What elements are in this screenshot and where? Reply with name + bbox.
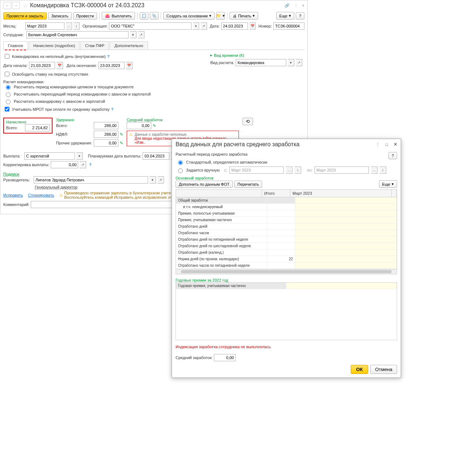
leader-input[interactable] <box>34 176 148 184</box>
tab-pfr[interactable]: Стаж ПФР <box>80 41 109 50</box>
reread-button[interactable]: Перечитать <box>234 181 262 188</box>
favorite-icon[interactable]: ☆ <box>23 2 28 9</box>
help-icon[interactable]: ? <box>89 163 92 167</box>
total-held-input[interactable] <box>94 122 118 129</box>
calc-radio-3[interactable] <box>6 100 10 104</box>
emp-dropdown[interactable]: ▾ <box>130 31 136 38</box>
kebab-icon[interactable]: ⋮ <box>294 3 298 8</box>
org-input[interactable] <box>109 22 191 30</box>
tab-accrued[interactable]: Начислено (подробно) <box>29 41 80 50</box>
calc-type-open[interactable]: ↗ <box>296 59 302 66</box>
month-input[interactable] <box>25 22 64 30</box>
num-input[interactable] <box>273 22 304 30</box>
post-close-button[interactable]: Провести и закрыть <box>3 12 47 20</box>
calc-type-input[interactable] <box>236 59 286 66</box>
end-date-picker[interactable]: 📅 <box>126 62 132 69</box>
table-row[interactable]: Премия, учитываемая частично <box>176 217 397 223</box>
month-stepper[interactable]: ↕ <box>73 22 80 30</box>
partial-day-checkbox[interactable] <box>5 54 9 59</box>
help-icon[interactable]: ? <box>111 107 114 111</box>
table-row[interactable]: Отработано дней (календ.) <box>176 249 397 256</box>
report-button[interactable] <box>140 12 148 20</box>
date-input[interactable] <box>221 22 248 30</box>
post-button[interactable]: Провести <box>73 12 97 20</box>
tab-main[interactable]: Главное <box>3 41 28 50</box>
pencil-icon[interactable]: ✎ <box>120 141 123 146</box>
period-manual-radio[interactable] <box>178 168 183 173</box>
date-picker[interactable]: 📅 <box>249 22 256 30</box>
table-row[interactable]: Общий заработок <box>176 197 397 204</box>
org-dropdown[interactable]: ▾ <box>193 22 199 30</box>
horizontal-scrollbar[interactable] <box>176 269 397 274</box>
print-button[interactable]: 🖨Печать ▾ <box>229 12 258 20</box>
storno-link[interactable]: Сторнировать <box>28 193 54 197</box>
close-icon[interactable]: × <box>302 3 304 8</box>
mrot-checkbox[interactable] <box>5 107 9 111</box>
table-row[interactable]: Отработано дней по пятидневной неделе <box>176 236 397 243</box>
month-picker-button[interactable]: … <box>66 22 72 30</box>
tab-extra[interactable]: Дополнительно <box>110 41 148 50</box>
calc-type-dropdown[interactable]: ▾ <box>288 59 294 66</box>
avg-input[interactable] <box>127 122 151 129</box>
cancel-button[interactable]: Отмена <box>370 365 397 374</box>
num-label: Номер: <box>258 24 272 28</box>
corr-input[interactable] <box>51 161 78 168</box>
calc-radio-1[interactable] <box>6 85 10 90</box>
save-button[interactable]: Записать <box>48 12 72 20</box>
leader-open[interactable]: ↗ <box>157 176 164 184</box>
table-row[interactable]: Отработано дней <box>176 223 397 230</box>
other-input[interactable] <box>94 139 118 147</box>
pencil-icon[interactable]: ✎ <box>120 132 123 137</box>
ndfl-input[interactable] <box>94 131 118 138</box>
table-row[interactable]: Отработано часов по пятидневной неделе <box>176 262 397 269</box>
start-date-input[interactable] <box>29 62 55 69</box>
link-icon[interactable]: 🔗 <box>285 3 290 8</box>
help-button[interactable]: ? <box>388 152 397 159</box>
nav-fwd-button[interactable]: → <box>12 2 20 9</box>
emp-input[interactable] <box>26 31 129 38</box>
end-date-input[interactable] <box>98 62 125 69</box>
time-type-link[interactable]: Вид времени (К) <box>214 53 244 58</box>
expand-icon[interactable]: ▸ <box>210 53 212 58</box>
plan-date-input[interactable] <box>143 152 169 160</box>
more-button[interactable]: Еще ▾ <box>276 12 294 20</box>
refresh-button[interactable]: ⟲ <box>243 118 253 125</box>
pencil-icon[interactable]: ✎ <box>153 123 156 128</box>
nav-back-button[interactable]: ← <box>3 2 11 9</box>
position-label[interactable]: Генеральный директор <box>35 185 77 189</box>
release-rate-checkbox[interactable] <box>5 72 9 76</box>
start-date-picker[interactable]: 📅 <box>56 62 63 69</box>
maximize-icon[interactable]: □ <box>386 142 388 147</box>
ok-button[interactable]: ОК <box>351 365 368 374</box>
help-button[interactable]: ? <box>296 12 304 20</box>
fix-link[interactable]: Исправить <box>3 193 23 197</box>
earnings-grid[interactable]: Итого Март 2023 Общий заработок в т.ч. н… <box>176 189 397 274</box>
kebab-icon[interactable]: ⋮ <box>376 142 380 147</box>
table-row[interactable]: в т.ч. неиндексируемый <box>176 204 397 210</box>
dialog-more-button[interactable]: Еще ▾ <box>379 180 397 188</box>
dlg-avg-input[interactable] <box>214 354 236 361</box>
org-open[interactable]: ↗ <box>201 22 207 30</box>
fill-button[interactable]: Дополнить по данным ФОТ <box>176 181 233 188</box>
template-button[interactable]: 📁▾ <box>216 12 225 20</box>
close-icon[interactable]: × <box>394 141 397 148</box>
emp-open[interactable]: ↗ <box>138 31 144 38</box>
signatures-link[interactable]: Подписи <box>3 172 19 176</box>
table-row[interactable]: Премия, полностью учитываемая <box>176 210 397 217</box>
table-row[interactable]: Норма дней (по произв. календарю)22 <box>176 256 397 262</box>
attach-button[interactable]: 📎 <box>150 12 159 20</box>
period-auto-radio[interactable] <box>178 160 183 165</box>
create-from-button[interactable]: Создать на основании ▾ <box>163 12 215 20</box>
pay-button[interactable]: 👛Выплатить <box>102 12 135 20</box>
corr-open[interactable]: ↗ <box>80 161 86 168</box>
year-bonus-grid[interactable]: Годовая премия, учитываемая частично <box>176 282 397 340</box>
total-accrued-input[interactable] <box>25 124 50 131</box>
table-row[interactable]: Отработано часов <box>176 230 397 236</box>
payout-dropdown[interactable]: ▾ <box>76 152 83 160</box>
calc-radio-2[interactable] <box>6 92 10 97</box>
help-icon[interactable]: ? <box>107 54 110 59</box>
payout-input[interactable] <box>24 152 75 160</box>
leader-dropdown[interactable]: ▾ <box>149 176 156 184</box>
table-row[interactable]: Годовая премия, учитываемая частично <box>176 283 397 289</box>
table-row[interactable]: Отработано дней по шестидневной неделе <box>176 243 397 249</box>
